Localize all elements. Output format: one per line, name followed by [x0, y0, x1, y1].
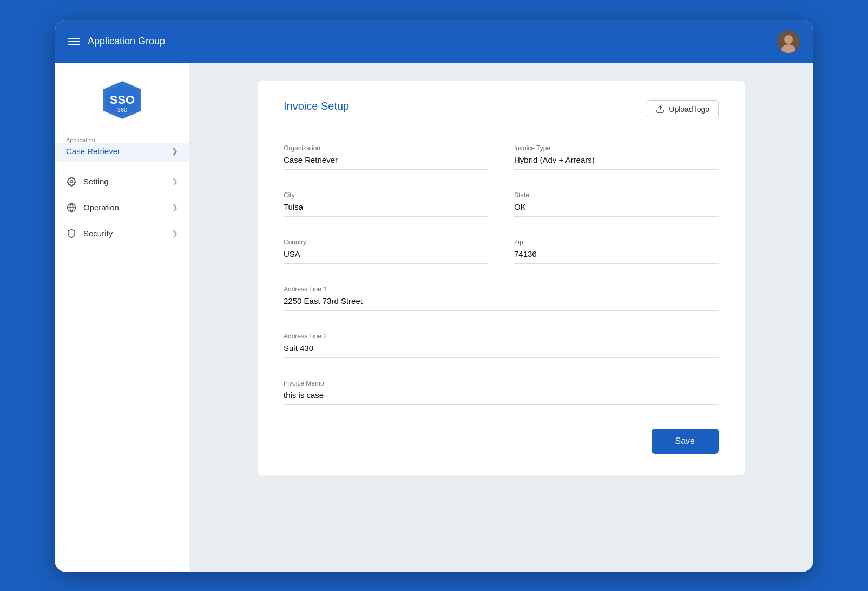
field-address1: Address Line 1 2250 East 73rd Street — [284, 277, 719, 311]
address2-label: Address Line 2 — [284, 333, 719, 340]
sidebar-nav: Setting ❯ Operation — [55, 169, 189, 572]
memo-label: Invoice Memo — [284, 380, 719, 387]
main-body: SSO 360 Application Case Retriever ❯ — [55, 63, 813, 572]
invoice-type-label: Invoice Type — [514, 144, 719, 152]
save-row: Save — [284, 429, 719, 454]
setting-chevron-icon: ❯ — [172, 177, 178, 185]
field-state: State OK — [514, 183, 719, 217]
sidebar-app-item[interactable]: Case Retriever ❯ — [55, 143, 189, 162]
state-value: OK — [514, 202, 526, 211]
svg-point-7 — [70, 180, 73, 183]
sidebar: SSO 360 Application Case Retriever ❯ — [55, 63, 189, 572]
sidebar-logo: SSO 360 — [55, 63, 189, 132]
sidebar-item-operation[interactable]: Operation ❯ — [55, 195, 189, 221]
city-label: City — [284, 191, 488, 199]
gear-icon — [66, 176, 77, 187]
row-address2: Address Line 2 Suit 430 — [284, 324, 719, 369]
topbar-title: Application Group — [88, 36, 165, 47]
invoice-setup-title: Invoice Setup — [284, 100, 349, 112]
organization-label: Organization — [284, 144, 488, 152]
field-invoice-type: Invoice Type Hybrid (Adv + Arrears) — [514, 136, 719, 170]
topbar: Application Group — [55, 20, 813, 63]
sidebar-app-chevron-icon: ❯ — [172, 147, 178, 155]
address2-value: Suit 430 — [284, 343, 313, 353]
app-shell: Application Group SSO 360 — [55, 20, 813, 572]
save-button[interactable]: Save — [652, 429, 719, 454]
upload-logo-label: Upload logo — [669, 105, 709, 114]
address1-label: Address Line 1 — [284, 285, 719, 293]
field-memo: Invoice Memo this is case — [284, 371, 719, 405]
field-zip: Zip 74136 — [514, 230, 719, 264]
memo-value: this is case — [284, 390, 324, 400]
zip-value: 74136 — [514, 249, 537, 258]
sidebar-app-label: Application — [55, 132, 189, 143]
sidebar-item-security[interactable]: Security ❯ — [55, 221, 189, 247]
country-label: Country — [284, 238, 488, 246]
topbar-left: Application Group — [68, 36, 165, 47]
field-address2: Address Line 2 Suit 430 — [284, 324, 719, 358]
operation-chevron-icon: ❯ — [172, 203, 178, 211]
invoice-card-header: Invoice Setup Upload logo — [284, 100, 719, 118]
city-value: Tulsa — [284, 202, 303, 211]
app-logo-icon: SSO 360 — [101, 78, 144, 122]
upload-icon — [656, 105, 665, 114]
address1-value: 2250 East 73rd Street — [284, 296, 363, 306]
sidebar-item-security-label: Security — [83, 229, 113, 238]
field-organization: Organization Case Retriever — [284, 136, 488, 170]
row-memo: Invoice Memo this is case — [284, 371, 719, 416]
user-avatar[interactable] — [777, 30, 800, 53]
globe-icon — [66, 202, 77, 213]
row-org-invoicetype: Organization Case Retriever Invoice Type… — [284, 136, 719, 181]
invoice-card: Invoice Setup Upload logo Organization — [258, 81, 745, 475]
zip-label: Zip — [514, 238, 719, 246]
svg-text:360: 360 — [117, 107, 127, 113]
row-address1: Address Line 1 2250 East 73rd Street — [284, 277, 719, 322]
svg-text:SSO: SSO — [109, 93, 134, 107]
content-area: Invoice Setup Upload logo Organization — [189, 63, 813, 572]
field-city: City Tulsa — [284, 183, 488, 217]
security-chevron-icon: ❯ — [172, 229, 178, 237]
sidebar-item-operation-label: Operation — [83, 203, 119, 212]
country-value: USA — [284, 249, 300, 258]
row-country-zip: Country USA Zip 74136 — [284, 230, 719, 275]
svg-point-1 — [784, 35, 793, 44]
app-sub-label: Application — [66, 137, 178, 143]
sidebar-item-setting-label: Setting — [83, 177, 109, 186]
organization-value: Case Retriever — [284, 155, 338, 164]
upload-logo-button[interactable]: Upload logo — [647, 100, 719, 118]
invoice-type-value: Hybrid (Adv + Arrears) — [514, 155, 595, 164]
shield-icon — [66, 228, 77, 239]
sidebar-app-name: Case Retriever — [66, 147, 120, 156]
hamburger-icon[interactable] — [68, 38, 80, 45]
sidebar-item-setting[interactable]: Setting ❯ — [55, 169, 189, 195]
state-label: State — [514, 191, 719, 199]
field-country: Country USA — [284, 230, 488, 264]
row-city-state: City Tulsa State OK — [284, 183, 719, 228]
